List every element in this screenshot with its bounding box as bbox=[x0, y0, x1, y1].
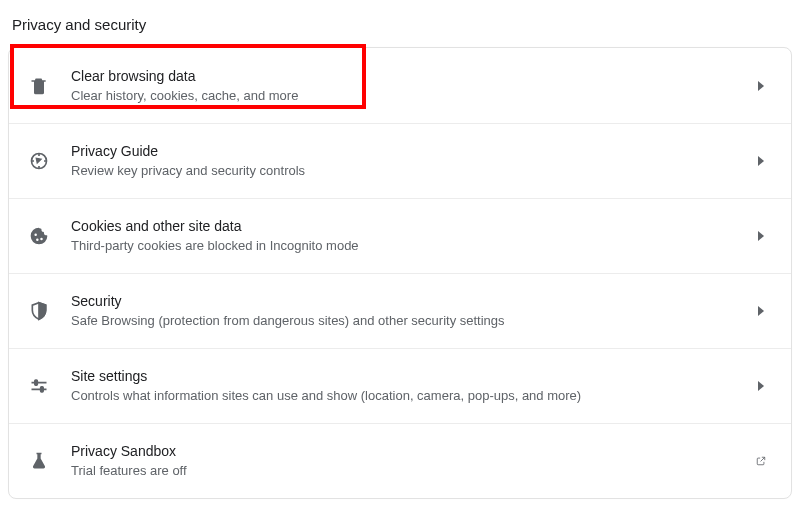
row-cookies[interactable]: Cookies and other site data Third-party … bbox=[9, 198, 791, 273]
row-text: Privacy Sandbox Trial features are off bbox=[71, 442, 749, 480]
privacy-security-card: Clear browsing data Clear history, cooki… bbox=[8, 47, 792, 499]
chevron-right-icon bbox=[749, 231, 773, 241]
sliders-icon bbox=[27, 374, 51, 398]
svg-marker-1 bbox=[37, 159, 41, 163]
row-privacy-guide[interactable]: Privacy Guide Review key privacy and sec… bbox=[9, 123, 791, 198]
open-external-icon bbox=[749, 456, 773, 466]
svg-rect-4 bbox=[35, 380, 38, 385]
row-subtitle: Safe Browsing (protection from dangerous… bbox=[71, 312, 749, 330]
svg-rect-5 bbox=[41, 387, 44, 392]
row-title: Site settings bbox=[71, 367, 749, 385]
row-subtitle: Clear history, cookies, cache, and more bbox=[71, 87, 749, 105]
row-text: Site settings Controls what information … bbox=[71, 367, 749, 405]
row-title: Security bbox=[71, 292, 749, 310]
row-subtitle: Trial features are off bbox=[71, 462, 749, 480]
row-privacy-sandbox[interactable]: Privacy Sandbox Trial features are off bbox=[9, 423, 791, 498]
row-subtitle: Controls what information sites can use … bbox=[71, 387, 749, 405]
row-text: Security Safe Browsing (protection from … bbox=[71, 292, 749, 330]
chevron-right-icon bbox=[749, 81, 773, 91]
row-site-settings[interactable]: Site settings Controls what information … bbox=[9, 348, 791, 423]
row-title: Privacy Guide bbox=[71, 142, 749, 160]
page-title: Privacy and security bbox=[8, 10, 792, 47]
row-title: Cookies and other site data bbox=[71, 217, 749, 235]
row-text: Cookies and other site data Third-party … bbox=[71, 217, 749, 255]
row-text: Clear browsing data Clear history, cooki… bbox=[71, 67, 749, 105]
row-title: Clear browsing data bbox=[71, 67, 749, 85]
row-title: Privacy Sandbox bbox=[71, 442, 749, 460]
row-subtitle: Review key privacy and security controls bbox=[71, 162, 749, 180]
chevron-right-icon bbox=[749, 156, 773, 166]
chevron-right-icon bbox=[749, 306, 773, 316]
row-text: Privacy Guide Review key privacy and sec… bbox=[71, 142, 749, 180]
chevron-right-icon bbox=[749, 381, 773, 391]
trash-icon bbox=[27, 74, 51, 98]
row-clear-browsing-data[interactable]: Clear browsing data Clear history, cooki… bbox=[9, 48, 791, 123]
row-security[interactable]: Security Safe Browsing (protection from … bbox=[9, 273, 791, 348]
row-subtitle: Third-party cookies are blocked in Incog… bbox=[71, 237, 749, 255]
shield-icon bbox=[27, 299, 51, 323]
compass-icon bbox=[27, 149, 51, 173]
flask-icon bbox=[27, 449, 51, 473]
cookie-icon bbox=[27, 224, 51, 248]
